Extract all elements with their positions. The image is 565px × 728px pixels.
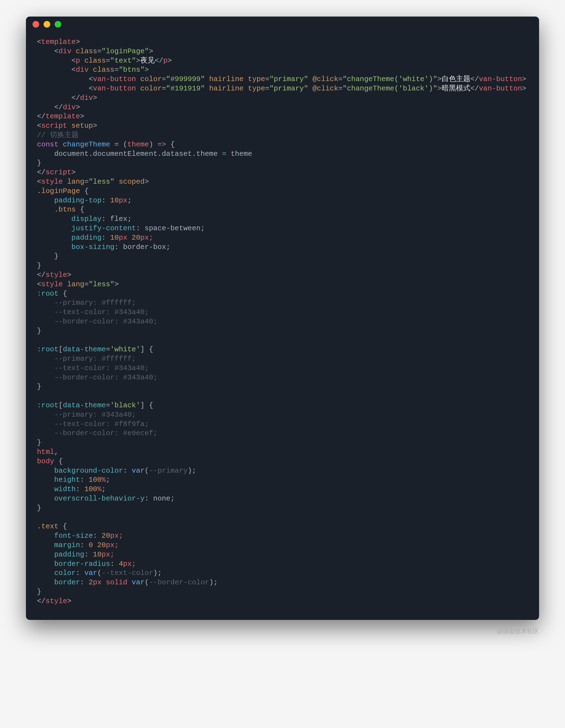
code-block: <template> <div class="loginPage"> <p cl…	[26, 32, 539, 620]
titlebar	[26, 17, 539, 32]
minimize-icon[interactable]	[44, 21, 50, 28]
close-icon[interactable]	[33, 21, 39, 28]
code-window: <template> <div class="loginPage"> <p cl…	[26, 17, 539, 620]
watermark: @掘金技术社区	[26, 627, 539, 635]
zoom-icon[interactable]	[55, 21, 61, 28]
